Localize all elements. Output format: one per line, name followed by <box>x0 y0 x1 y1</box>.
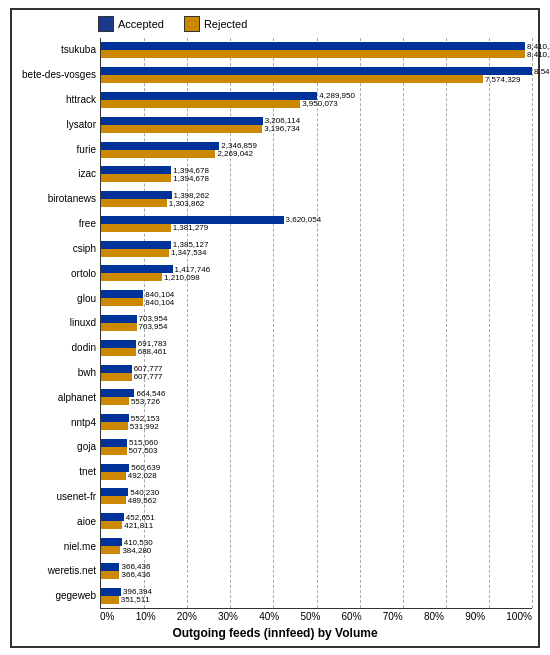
rejected-bar-tnet: 492,028 <box>101 472 532 480</box>
y-label-bwh: bwh <box>18 363 96 383</box>
rejected-fill-goja <box>101 447 127 455</box>
rejected-bar-lysator: 3,196,734 <box>101 125 532 133</box>
legend-accepted-label: Accepted <box>118 18 164 30</box>
bar-row-linuxd: 703,954703,954 <box>101 313 532 333</box>
bar-row-ortolo: 1,417,7461,210,098 <box>101 263 532 283</box>
bar-row-niel.me: 410,530384,280 <box>101 536 532 556</box>
legend-accepted-box <box>98 16 114 32</box>
bar-row-tsukuba: 8,410,2438,410,243 <box>101 40 532 60</box>
x-label-80%: 80% <box>424 611 444 622</box>
accepted-bar-usenet-fr: 540,230 <box>101 488 532 496</box>
rejected-value-goja: 507,503 <box>129 446 158 455</box>
rejected-fill-birotanews <box>101 199 167 207</box>
rejected-bar-httrack: 3,950,073 <box>101 100 532 108</box>
accepted-fill-niel.me <box>101 538 122 546</box>
rejected-bar-tsukuba: 8,410,243 <box>101 50 532 58</box>
rejected-bar-usenet-fr: 489,562 <box>101 496 532 504</box>
x-label-70%: 70% <box>383 611 403 622</box>
chart-container: Accepted Rejected tsukubabete-des-vosges… <box>10 8 540 648</box>
bars-area: 8,410,2438,410,2438,547,8277,574,3294,28… <box>100 38 532 609</box>
rejected-fill-aioe <box>101 521 122 529</box>
rejected-fill-usenet-fr <box>101 496 126 504</box>
accepted-fill-usenet-fr <box>101 488 128 496</box>
rejected-value-linuxd: 703,954 <box>139 322 168 331</box>
accepted-fill-alphanet <box>101 389 134 397</box>
rejected-value-tnet: 492,028 <box>128 471 157 480</box>
rejected-fill-bete-des-vosges <box>101 75 483 83</box>
bar-row-birotanews: 1,398,2621,303,862 <box>101 189 532 209</box>
rejected-fill-free <box>101 224 171 232</box>
y-label-csiph: csiph <box>18 239 96 259</box>
rejected-value-nntp4: 531,992 <box>130 422 159 431</box>
x-label-20%: 20% <box>177 611 197 622</box>
y-label-birotanews: birotanews <box>18 189 96 209</box>
legend-rejected: Rejected <box>184 16 247 32</box>
accepted-fill-furie <box>101 142 219 150</box>
x-label-60%: 60% <box>342 611 362 622</box>
bar-row-glou: 840,104840,104 <box>101 288 532 308</box>
x-label-10%: 10% <box>136 611 156 622</box>
legend-rejected-label: Rejected <box>204 18 247 30</box>
rejected-value-httrack: 3,950,073 <box>302 99 338 108</box>
bar-row-dodin: 691,783688,461 <box>101 338 532 358</box>
accepted-bar-furie: 2,346,859 <box>101 142 532 150</box>
accepted-fill-lysator <box>101 117 263 125</box>
rejected-bar-linuxd: 703,954 <box>101 323 532 331</box>
y-label-nntp4: nntp4 <box>18 413 96 433</box>
accepted-bar-bwh: 607,777 <box>101 365 532 373</box>
rejected-value-furie: 2,269,042 <box>217 149 253 158</box>
rejected-fill-tnet <box>101 472 126 480</box>
rejected-value-birotanews: 1,303,862 <box>169 199 205 208</box>
y-label-tsukuba: tsukuba <box>18 40 96 60</box>
legend: Accepted Rejected <box>18 16 532 32</box>
rejected-bar-glou: 840,104 <box>101 298 532 306</box>
accepted-fill-aioe <box>101 513 124 521</box>
y-label-usenet-fr: usenet-fr <box>18 487 96 507</box>
y-label-izac: izac <box>18 164 96 184</box>
accepted-bar-tsukuba: 8,410,243 <box>101 42 532 50</box>
y-label-linuxd: linuxd <box>18 313 96 333</box>
rejected-fill-weretis.net <box>101 571 119 579</box>
rejected-bar-csiph: 1,347,534 <box>101 249 532 257</box>
accepted-fill-birotanews <box>101 191 172 199</box>
x-label-0%: 0% <box>100 611 114 622</box>
accepted-fill-httrack <box>101 92 317 100</box>
rejected-bar-alphanet: 553,726 <box>101 397 532 405</box>
rejected-fill-csiph <box>101 249 169 257</box>
bar-row-httrack: 4,289,9503,950,073 <box>101 90 532 110</box>
bar-row-goja: 515,060507,503 <box>101 437 532 457</box>
accepted-bar-lysator: 3,206,114 <box>101 117 532 125</box>
x-label-50%: 50% <box>300 611 320 622</box>
accepted-fill-bwh <box>101 365 132 373</box>
bar-row-usenet-fr: 540,230489,562 <box>101 486 532 506</box>
rejected-value-aioe: 421,811 <box>124 521 153 530</box>
y-label-niel.me: niel.me <box>18 537 96 557</box>
bar-row-tnet: 560,639492,028 <box>101 462 532 482</box>
bar-row-aioe: 452,651421,811 <box>101 511 532 531</box>
bar-rows: 8,410,2438,410,2438,547,8277,574,3294,28… <box>101 38 532 608</box>
accepted-fill-linuxd <box>101 315 137 323</box>
bar-row-weretis.net: 366,436366,436 <box>101 561 532 581</box>
bar-row-nntp4: 552,153531,992 <box>101 412 532 432</box>
y-label-bete-des-vosges: bete-des-vosges <box>18 65 96 85</box>
rejected-value-dodin: 688,461 <box>138 347 167 356</box>
bar-row-csiph: 1,385,1271,347,534 <box>101 239 532 259</box>
bar-row-gegeweb: 396,394351,511 <box>101 586 532 606</box>
rejected-fill-tsukuba <box>101 50 525 58</box>
x-label-30%: 30% <box>218 611 238 622</box>
accepted-fill-glou <box>101 290 143 298</box>
rejected-fill-lysator <box>101 125 262 133</box>
accepted-fill-izac <box>101 166 171 174</box>
rejected-value-bete-des-vosges: 7,574,329 <box>485 75 521 84</box>
y-label-httrack: httrack <box>18 90 96 110</box>
accepted-value-bete-des-vosges: 8,547,827 <box>534 67 550 76</box>
y-label-gegeweb: gegeweb <box>18 586 96 606</box>
legend-accepted: Accepted <box>98 16 164 32</box>
y-label-alphanet: alphanet <box>18 388 96 408</box>
y-label-weretis.net: weretis.net <box>18 561 96 581</box>
bar-row-furie: 2,346,8592,269,042 <box>101 140 532 160</box>
rejected-fill-dodin <box>101 348 136 356</box>
rejected-value-weretis.net: 366,436 <box>121 570 150 579</box>
rejected-bar-bwh: 607,777 <box>101 373 532 381</box>
accepted-bar-bete-des-vosges: 8,547,827 <box>101 67 532 75</box>
